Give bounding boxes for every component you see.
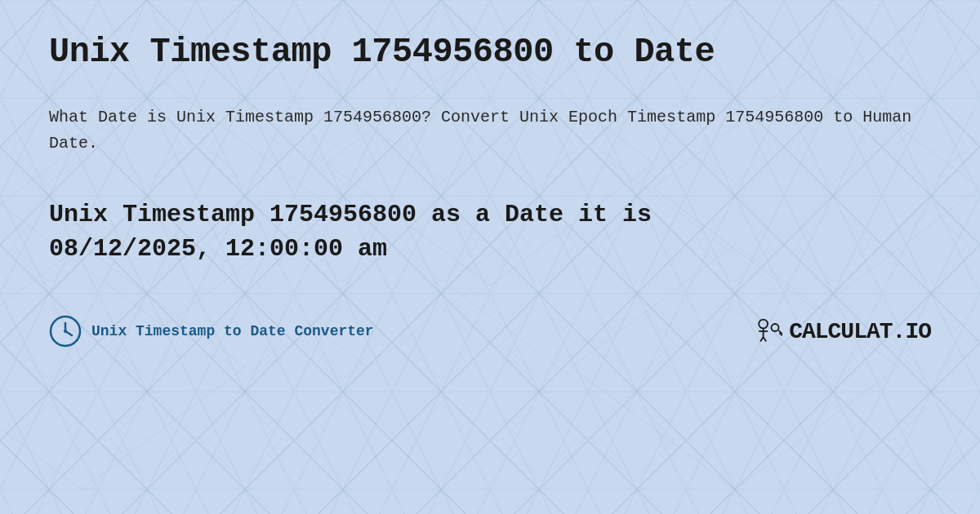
svg-point-17: [64, 330, 67, 333]
page-description: What Date is Unix Timestamp 1754956800? …: [49, 104, 931, 157]
logo-area: CALCULAT.IO: [753, 317, 931, 346]
svg-point-23: [772, 324, 779, 331]
footer-link[interactable]: Unix Timestamp to Date Converter: [91, 323, 374, 339]
result-text: Unix Timestamp 1754956800 as a Date it i…: [49, 197, 931, 266]
footer: Unix Timestamp to Date Converter CALCULA…: [49, 315, 931, 348]
svg-line-22: [764, 337, 767, 341]
svg-point-18: [759, 320, 768, 329]
svg-line-25: [780, 333, 782, 335]
footer-left: Unix Timestamp to Date Converter: [49, 315, 374, 348]
logo-text: CALCULAT.IO: [789, 319, 931, 344]
result-section: Unix Timestamp 1754956800 as a Date it i…: [49, 197, 931, 266]
result-line2: 08/12/2025, 12:00:00 am: [49, 235, 387, 263]
page-title: Unix Timestamp 1754956800 to Date: [49, 33, 931, 72]
result-line1: Unix Timestamp 1754956800 as a Date it i…: [49, 201, 652, 228]
calculat-icon: [753, 317, 782, 346]
svg-line-26: [781, 335, 782, 336]
clock-icon: [49, 315, 82, 348]
